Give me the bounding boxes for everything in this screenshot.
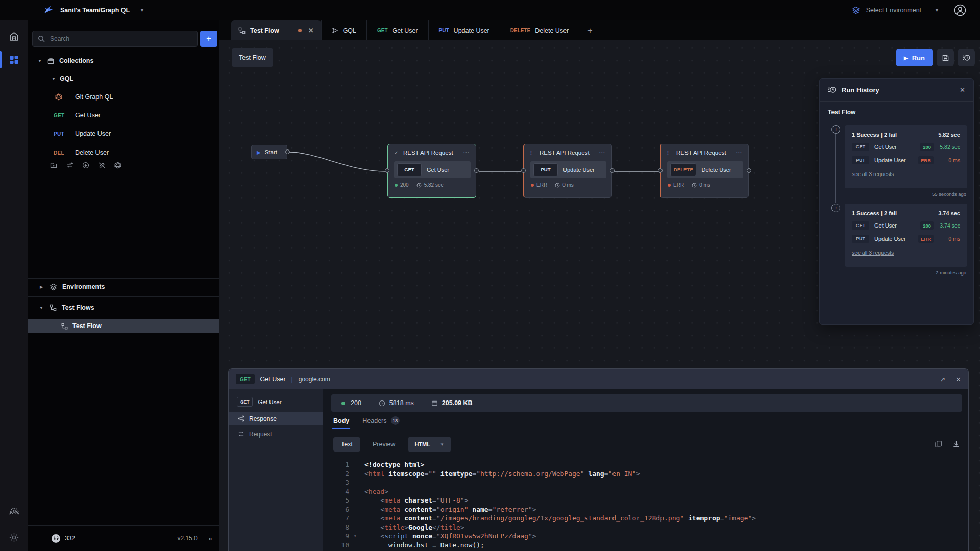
close-panel-icon[interactable]: ✕: [955, 375, 961, 383]
caret-right-icon[interactable]: ▶: [39, 285, 44, 289]
node-menu-icon[interactable]: ⋯: [463, 149, 470, 156]
code-editor[interactable]: 1<!doctype html>2<html itemscope="" item…: [323, 459, 968, 551]
settings-gear-icon[interactable]: [0, 525, 28, 549]
expand-panel-icon[interactable]: ↗: [940, 375, 945, 383]
node-menu-icon[interactable]: ⋯: [736, 149, 742, 156]
node-handle[interactable]: [658, 168, 663, 173]
add-button[interactable]: +: [200, 31, 217, 47]
node-request-row[interactable]: GET Get User: [394, 161, 471, 178]
flow-node-delete-user[interactable]: ! REST API Request ⋯ DELETE Delete User …: [660, 144, 749, 198]
tab-test-flow[interactable]: Test Flow ✕: [231, 20, 321, 40]
request-item-updateuser[interactable]: PUT Update User: [28, 126, 219, 141]
collections-section[interactable]: ▼ Collections: [28, 53, 219, 68]
method-chip: GET: [236, 374, 255, 384]
node-handle[interactable]: [521, 168, 526, 173]
node-handle[interactable]: [747, 168, 751, 173]
headers-count-badge: 18: [391, 416, 400, 425]
status-code: 200: [351, 399, 361, 407]
nav-response-tab[interactable]: Response: [229, 412, 323, 425]
new-tab-button[interactable]: +: [579, 20, 600, 40]
close-run-history-icon[interactable]: ✕: [960, 86, 965, 94]
method-chip: PUT: [852, 156, 869, 164]
flow-canvas[interactable]: Test Flow ▶ Run ▶: [219, 40, 980, 551]
tab-body[interactable]: Body: [333, 417, 349, 429]
node-menu-icon[interactable]: ⋯: [599, 149, 605, 156]
see-all-requests-link[interactable]: see all 3 requests: [852, 171, 960, 177]
tab-gql[interactable]: GQL: [321, 20, 366, 40]
swap-requests-icon[interactable]: [66, 162, 74, 169]
tab-headers[interactable]: Headers 18: [362, 416, 399, 430]
folder-gql[interactable]: ▼ GQL: [28, 71, 219, 86]
request-item-gitgraphql[interactable]: Git Graph QL: [28, 89, 219, 105]
add-folder-icon[interactable]: [50, 162, 57, 169]
user-avatar[interactable]: [953, 4, 967, 17]
environments-section[interactable]: ▶ Environments: [28, 279, 219, 294]
response-label: Response: [249, 415, 277, 422]
tab-bar: Test Flow ✕ GQL GET Get User PUT Update …: [219, 20, 980, 40]
node-request-row[interactable]: PUT Update User: [530, 161, 606, 178]
request-item-deleteuser[interactable]: DEL Delete User: [28, 145, 219, 160]
github-stars[interactable]: 332: [65, 535, 75, 542]
tab-delete-user[interactable]: DELETE Delete User: [500, 20, 579, 40]
collapse-sidebar-button[interactable]: «: [209, 535, 212, 542]
collections-label: Collections: [59, 57, 93, 64]
start-node[interactable]: ▶ Start: [251, 145, 287, 159]
search-input[interactable]: [49, 35, 192, 43]
run-card[interactable]: 1 Success | 2 fail 3.74 sec GET Get User…: [845, 204, 967, 267]
download-icon[interactable]: [952, 440, 960, 448]
home-icon[interactable]: [0, 24, 28, 48]
node-handle[interactable]: [474, 168, 479, 173]
duration: 0 ms: [562, 182, 574, 188]
response-panel-header[interactable]: GET Get User | google.com ↗ ✕: [229, 369, 968, 389]
community-icon[interactable]: [0, 501, 28, 524]
version-label: v2.15.0: [177, 535, 197, 542]
run-history-button[interactable]: [958, 49, 975, 66]
github-icon[interactable]: [52, 534, 60, 543]
search-icon: [38, 35, 45, 42]
node-handle[interactable]: [285, 149, 290, 154]
collections-grid-icon[interactable]: [0, 48, 28, 71]
request-item-getuser[interactable]: GET Get User: [28, 108, 219, 123]
flow-icon: [61, 323, 68, 330]
nav-request-tab[interactable]: Request: [229, 427, 323, 441]
caret-down-icon[interactable]: ▼: [51, 77, 56, 81]
tab-update-user[interactable]: PUT Update User: [428, 20, 500, 40]
select-environment[interactable]: Select Environment: [866, 7, 921, 14]
close-tab-icon[interactable]: ✕: [308, 27, 314, 34]
request-time: 5.82 sec: [934, 144, 960, 150]
see-all-requests-link[interactable]: see all 3 requests: [852, 249, 960, 256]
caret-down-icon[interactable]: ▼: [37, 59, 42, 63]
request-name: Get User: [75, 112, 101, 119]
code-line: 9▾ <script nonce="XQfRO1vw5w2hNuFPzZdaag…: [323, 532, 968, 541]
draw-off-icon[interactable]: [98, 162, 106, 169]
socket-icon[interactable]: [82, 162, 89, 169]
graphql-hex-icon[interactable]: [114, 162, 121, 169]
test-flows-section[interactable]: ▼ Test Flows: [28, 300, 219, 315]
caret-down-icon[interactable]: ▼: [39, 306, 44, 310]
nav-request-item[interactable]: GET Get User: [229, 393, 323, 410]
save-button[interactable]: [937, 49, 954, 66]
run-card[interactable]: 1 Success | 2 fail 5.82 sec GET Get User…: [845, 125, 967, 188]
run-request-row: PUT Update User ERR 0 ms: [852, 156, 960, 164]
run-button[interactable]: ▶ Run: [896, 49, 933, 66]
copy-icon[interactable]: [935, 440, 942, 448]
format-select[interactable]: HTML ▼: [408, 437, 451, 452]
node-request-row[interactable]: DELETE Delete User: [667, 161, 743, 178]
flow-node-get-user[interactable]: ✓ REST API Request ⋯ GET Get User 200 5.…: [387, 144, 476, 198]
topbar: Sanil's Team/Graph QL ▼ Select Environme…: [0, 0, 980, 20]
tab-get-user[interactable]: GET Get User: [366, 20, 428, 40]
workspace-title[interactable]: Sanil's Team/Graph QL: [60, 7, 130, 14]
search-box[interactable]: [32, 31, 198, 47]
environment-caret-icon[interactable]: ▼: [935, 8, 939, 13]
node-handle[interactable]: [385, 168, 389, 173]
run-history-panel: Run History ✕ Test Flow ! ! 1 Success | …: [819, 78, 974, 325]
graphql-icon: [55, 93, 62, 101]
warning-icon: !: [667, 150, 672, 156]
view-text-button[interactable]: Text: [333, 437, 360, 452]
flow-node-update-user[interactable]: ! REST API Request ⋯ PUT Update User ERR…: [523, 144, 612, 198]
view-preview-button[interactable]: Preview: [373, 441, 395, 448]
sidebar-item-test-flow[interactable]: Test Flow: [28, 319, 219, 333]
node-handle[interactable]: [610, 168, 615, 173]
workspace-caret-icon[interactable]: ▼: [140, 8, 144, 13]
duration: 0 ms: [699, 182, 710, 188]
